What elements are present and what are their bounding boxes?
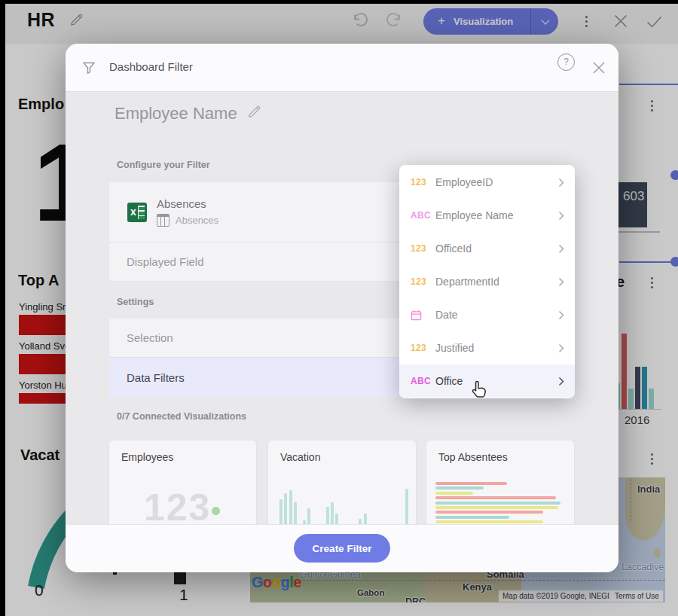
calendar-icon xyxy=(399,310,435,321)
employees-preview-dot xyxy=(212,507,220,515)
table-grid-icon xyxy=(157,214,170,227)
text-field-icon: ABC xyxy=(399,210,435,221)
employees-preview-value: 123 xyxy=(144,486,211,529)
window-frame-left xyxy=(0,0,5,616)
source-name: Absences xyxy=(157,197,218,210)
dropdown-item-departmentid[interactable]: 123DepartmentId xyxy=(399,265,575,298)
field-dropdown: 123EmployeeIDABCEmployee Name123OfficeId… xyxy=(399,165,575,398)
modal-header: Dashboard Filter ? xyxy=(66,44,618,92)
create-filter-button[interactable]: Create Filter xyxy=(294,534,390,563)
chevron-right-icon xyxy=(558,244,564,254)
app-window: HR + Visualization A xyxy=(0,0,678,616)
modal-close-icon[interactable] xyxy=(593,62,605,77)
text-field-icon: ABC xyxy=(399,376,435,386)
dropdown-item-officeid[interactable]: 123OfficeId xyxy=(399,232,575,265)
modal-title: Dashboard Filter xyxy=(109,60,193,73)
filter-name-row: Employee Name xyxy=(115,104,261,124)
excel-file-icon: x xyxy=(127,203,147,222)
filter-name: Employee Name xyxy=(115,104,237,124)
chevron-right-icon xyxy=(558,377,564,386)
chevron-right-icon xyxy=(558,211,564,221)
numeric-field-icon: 123 xyxy=(399,177,435,188)
rename-pencil-icon[interactable] xyxy=(247,104,261,124)
window-frame-top xyxy=(0,0,678,4)
dropdown-item-date[interactable]: Date xyxy=(399,298,575,331)
source-table-name: Absences xyxy=(176,215,218,226)
dropdown-item-employeeid[interactable]: 123EmployeeID xyxy=(399,166,575,199)
dropdown-item-employee-name[interactable]: ABCEmployee Name xyxy=(399,199,575,232)
numeric-field-icon: 123 xyxy=(399,243,435,254)
chevron-right-icon xyxy=(558,277,564,287)
help-button[interactable]: ? xyxy=(557,53,575,71)
hand-cursor xyxy=(469,377,491,404)
connected-label: 0/7 Connected Visualizations xyxy=(117,411,246,422)
filter-funnel-icon xyxy=(82,61,96,78)
chevron-right-icon xyxy=(558,343,564,353)
numeric-field-icon: 123 xyxy=(399,343,435,353)
settings-section-label: Settings xyxy=(117,297,154,307)
numeric-field-icon: 123 xyxy=(399,276,435,287)
chevron-right-icon xyxy=(558,310,564,320)
configure-section-label: Configure your Filter xyxy=(117,160,210,170)
modal-footer: Create Filter xyxy=(66,524,618,572)
chevron-right-icon xyxy=(558,178,564,188)
dropdown-item-justified[interactable]: 123Justified xyxy=(399,331,575,364)
